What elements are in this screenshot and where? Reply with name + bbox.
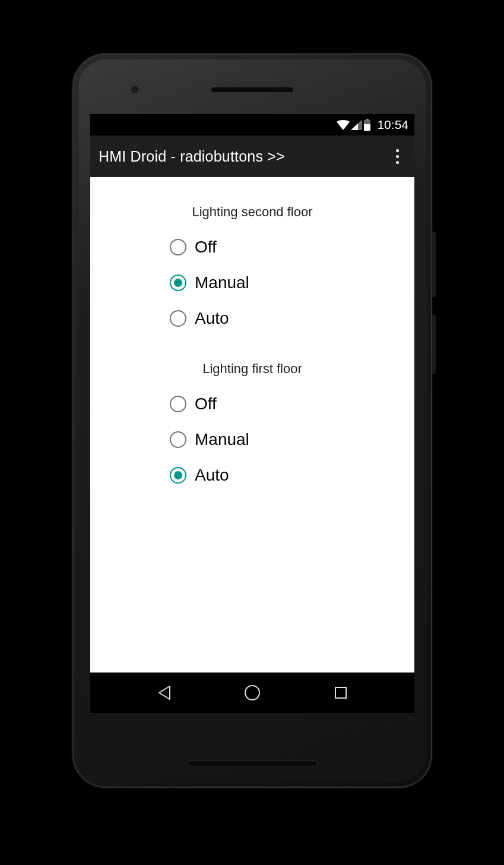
- home-icon: [244, 684, 261, 701]
- radio-icon: [170, 431, 186, 448]
- recents-icon: [334, 686, 347, 699]
- battery-icon: [363, 119, 371, 131]
- radio-option-auto[interactable]: Auto: [170, 466, 414, 485]
- radio-icon-checked: [170, 274, 186, 291]
- radio-label: Off: [195, 394, 217, 413]
- radio-group-first-floor: Lighting first floor Off Manual Auto: [90, 361, 414, 485]
- radio-icon: [170, 239, 186, 255]
- screen: 10:54 HMI Droid - radiobuttons >> Lighti…: [90, 114, 414, 713]
- navigation-bar: [90, 673, 414, 713]
- wifi-icon: [337, 119, 350, 130]
- group-title: Lighting second floor: [90, 204, 414, 220]
- radio-group-second-floor: Lighting second floor Off Manual Auto: [90, 204, 414, 328]
- recents-button[interactable]: [332, 684, 350, 702]
- back-button[interactable]: [155, 684, 173, 702]
- home-button[interactable]: [243, 684, 261, 702]
- radio-option-off[interactable]: Off: [170, 394, 414, 413]
- phone-earpiece: [211, 87, 294, 93]
- radio-label: Manual: [195, 430, 249, 449]
- radio-option-manual[interactable]: Manual: [170, 273, 414, 292]
- cellular-signal-icon: [351, 119, 362, 130]
- group-title: Lighting first floor: [90, 361, 414, 377]
- status-clock: 10:54: [377, 118, 408, 132]
- svg-rect-0: [366, 119, 369, 120]
- radio-label: Manual: [195, 273, 249, 292]
- radio-option-auto[interactable]: Auto: [170, 309, 414, 328]
- phone-frame: 10:54 HMI Droid - radiobuttons >> Lighti…: [72, 53, 432, 788]
- radio-label: Auto: [195, 309, 229, 328]
- status-bar: 10:54: [90, 114, 414, 135]
- radio-option-off[interactable]: Off: [170, 238, 414, 257]
- svg-rect-4: [335, 687, 346, 698]
- phone-camera: [131, 86, 139, 94]
- app-bar: HMI Droid - radiobuttons >>: [90, 135, 414, 177]
- content-area: Lighting second floor Off Manual Auto: [90, 177, 414, 673]
- radio-icon-checked: [170, 467, 186, 484]
- svg-point-3: [245, 686, 259, 700]
- phone-side-button-1: [432, 232, 436, 297]
- back-icon: [157, 685, 171, 700]
- phone-speaker: [187, 760, 318, 766]
- radio-list: Off Manual Auto: [90, 394, 414, 485]
- phone-side-button-2: [432, 315, 436, 374]
- overflow-menu-button[interactable]: [391, 144, 404, 169]
- svg-rect-2: [364, 124, 370, 131]
- radio-label: Off: [195, 238, 217, 257]
- app-title: HMI Droid - radiobuttons >>: [99, 148, 285, 165]
- radio-list: Off Manual Auto: [90, 238, 414, 328]
- status-icons: [337, 119, 371, 131]
- radio-icon: [170, 310, 186, 327]
- radio-icon: [170, 396, 186, 412]
- radio-label: Auto: [195, 466, 229, 485]
- radio-option-manual[interactable]: Manual: [170, 430, 414, 449]
- more-vert-icon: [396, 149, 399, 152]
